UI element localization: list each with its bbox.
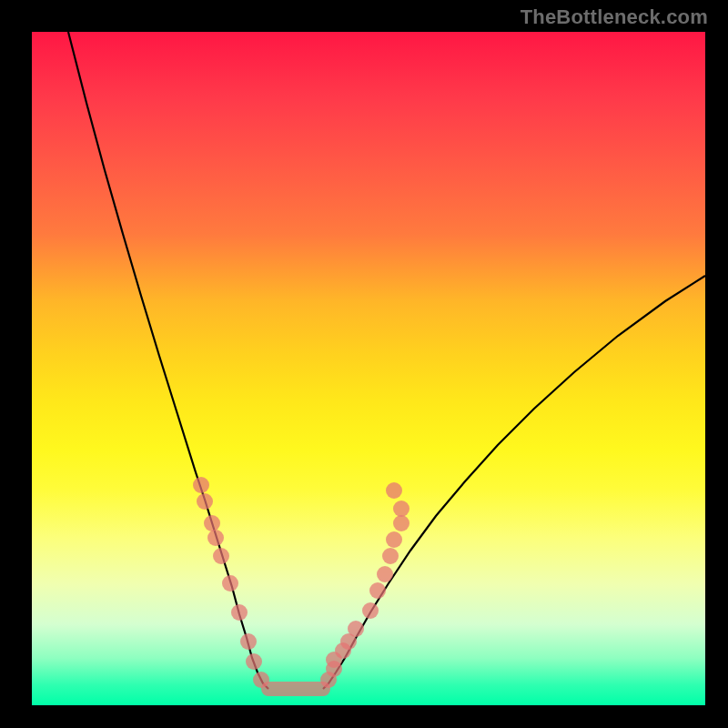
data-dot bbox=[207, 530, 224, 546]
right-curve bbox=[323, 276, 705, 689]
data-dots bbox=[193, 477, 410, 688]
data-dot bbox=[386, 531, 402, 548]
left-curve bbox=[68, 32, 268, 689]
data-dot bbox=[386, 482, 402, 499]
data-dot bbox=[393, 515, 410, 531]
chart-frame: TheBottleneck.com bbox=[0, 0, 728, 728]
data-dot bbox=[377, 566, 393, 582]
chart-svg bbox=[32, 32, 705, 705]
data-dot bbox=[253, 672, 269, 688]
data-dot bbox=[222, 575, 238, 592]
watermark-text: TheBottleneck.com bbox=[521, 5, 708, 29]
data-dot bbox=[393, 500, 410, 517]
data-dot bbox=[369, 582, 386, 599]
data-dot bbox=[231, 604, 248, 621]
data-dot bbox=[193, 477, 209, 493]
data-dot bbox=[240, 633, 257, 650]
data-dot bbox=[213, 548, 229, 564]
data-dot bbox=[348, 621, 364, 637]
data-dot bbox=[246, 653, 262, 670]
data-dot bbox=[362, 602, 379, 619]
data-dot bbox=[197, 493, 213, 510]
data-dot bbox=[204, 515, 220, 531]
data-dot bbox=[382, 548, 399, 564]
